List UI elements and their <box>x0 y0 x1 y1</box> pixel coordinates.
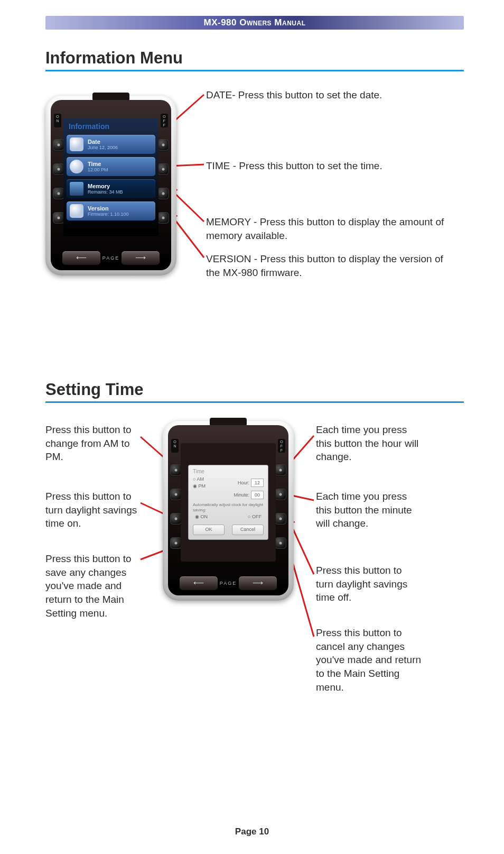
side-button-memory[interactable] <box>157 188 169 199</box>
callout-minute: Each time you press this button the minu… <box>316 490 422 530</box>
callout-version: VERSION - Press this button to display t… <box>206 252 454 279</box>
side-button-ok[interactable] <box>170 537 182 549</box>
side-button-dst-off[interactable] <box>275 513 286 525</box>
info-date-value: June 12, 2006 <box>88 145 118 151</box>
section1-rule <box>45 70 464 71</box>
info-version-value: Firmware: 1.10.100 <box>88 212 129 217</box>
radio-dst-off[interactable]: OFF <box>248 514 262 519</box>
callout-save: Press this button to save any changes yo… <box>45 552 138 620</box>
ok-button[interactable]: OK <box>193 525 225 535</box>
page-label-2: PAGE <box>220 581 237 586</box>
info-row-version[interactable]: Version Firmware: 1.10.100 <box>67 201 155 221</box>
side-button-l4[interactable] <box>53 212 64 224</box>
page-right-button-2[interactable]: ⟶ <box>239 576 277 590</box>
callout-hour: Each time you press this button the hour… <box>316 423 422 464</box>
callout-memory: MEMORY - Press this button to display th… <box>206 215 454 242</box>
info-version-label: Version <box>88 205 129 212</box>
time-screen: Time AM PM Hour: 12 <box>181 443 276 562</box>
side-button-l1[interactable] <box>53 139 64 151</box>
page-label: PAGE <box>102 255 119 261</box>
cancel-button[interactable]: Cancel <box>232 525 264 535</box>
callout-dst-off: Press this button to turn daylight savin… <box>316 564 422 604</box>
calendar-icon <box>70 137 83 151</box>
dst-caption: Automatically adjust clock for daylight … <box>193 502 264 513</box>
on-label: ON <box>54 114 61 127</box>
info-screen-title: Information <box>67 121 155 132</box>
page-number: Page 10 <box>0 827 504 837</box>
side-button-dst-on[interactable] <box>170 513 182 525</box>
side-button-ampm[interactable] <box>170 464 182 476</box>
page-left-button[interactable]: ⟵ <box>62 251 100 265</box>
info-row-time[interactable]: Time 12:00 PM <box>67 157 155 176</box>
callout-date: DATE- Press this button to set the date. <box>206 88 382 102</box>
callout-ampm: Press this button to change from AM to P… <box>45 423 138 464</box>
section2-rule <box>45 401 464 403</box>
side-button-version[interactable] <box>157 212 169 224</box>
svg-line-3 <box>172 216 204 258</box>
section1-heading: Information Menu <box>45 49 464 68</box>
info-screen: Information Date June 12, 2006 Time 12:0… <box>63 118 158 236</box>
page-left-button-2[interactable]: ⟵ <box>180 576 218 590</box>
minute-label: Minute: <box>234 492 249 498</box>
time-dialog-title: Time <box>193 469 264 474</box>
hour-input[interactable]: 12 <box>251 479 264 487</box>
radio-dst-on[interactable]: ON <box>195 514 208 519</box>
side-button-minute[interactable] <box>275 489 286 500</box>
hour-label: Hour: <box>238 480 249 485</box>
info-time-label: Time <box>88 161 108 167</box>
remote-time: ON OFF Time AM <box>163 421 294 601</box>
section2-heading: Setting Time <box>45 380 464 399</box>
off-label: OFF <box>161 114 168 127</box>
clock-icon <box>70 160 83 173</box>
side-button-cancel[interactable] <box>275 537 286 549</box>
info-row-date[interactable]: Date June 12, 2006 <box>67 135 155 154</box>
svg-line-2 <box>172 191 204 222</box>
callout-dst-on: Press this button to turn daylight savin… <box>45 490 138 530</box>
side-button-hour[interactable] <box>275 464 286 476</box>
version-icon <box>70 204 83 218</box>
side-button-date[interactable] <box>157 139 169 151</box>
on-label-2: ON <box>171 439 179 453</box>
time-dialog: Time AM PM Hour: 12 <box>188 465 268 540</box>
radio-pm[interactable]: PM <box>193 483 206 489</box>
info-row-memory[interactable]: Memory Remains: 34 MB <box>67 179 155 198</box>
side-button-l3[interactable] <box>53 188 64 199</box>
side-button-l2[interactable] <box>53 163 64 175</box>
info-time-value: 12:00 PM <box>88 167 108 173</box>
info-date-label: Date <box>88 139 118 145</box>
page-right-button[interactable]: ⟶ <box>122 251 160 265</box>
callout-time: TIME - Press this button to set the time… <box>206 159 382 173</box>
header-bar: MX-980 Owners Manual <box>45 16 464 30</box>
side-button-blank-l2[interactable] <box>170 489 182 500</box>
memory-icon <box>70 182 83 196</box>
minute-input[interactable]: 00 <box>251 491 264 499</box>
side-button-time[interactable] <box>157 163 169 175</box>
info-memory-label: Memory <box>88 183 123 189</box>
off-label-2: OFF <box>278 439 285 453</box>
radio-am[interactable]: AM <box>193 476 206 482</box>
callout-cancel: Press this button to cancel any changes … <box>316 626 422 694</box>
info-memory-value: Remains: 34 MB <box>88 189 123 195</box>
remote-info: ON OFF Information Date <box>45 96 176 276</box>
